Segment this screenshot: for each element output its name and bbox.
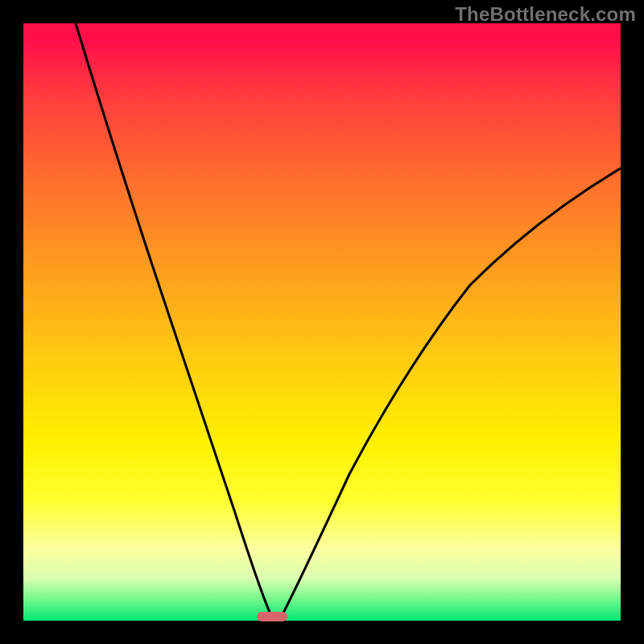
watermark-text: TheBottleneck.com bbox=[455, 3, 636, 26]
chart-frame: TheBottleneck.com bbox=[0, 0, 644, 644]
curve-left-branch bbox=[76, 23, 272, 617]
plot-area bbox=[23, 23, 621, 621]
optimal-marker bbox=[257, 612, 287, 621]
bottleneck-curve bbox=[23, 23, 621, 621]
curve-right-branch bbox=[281, 168, 621, 617]
